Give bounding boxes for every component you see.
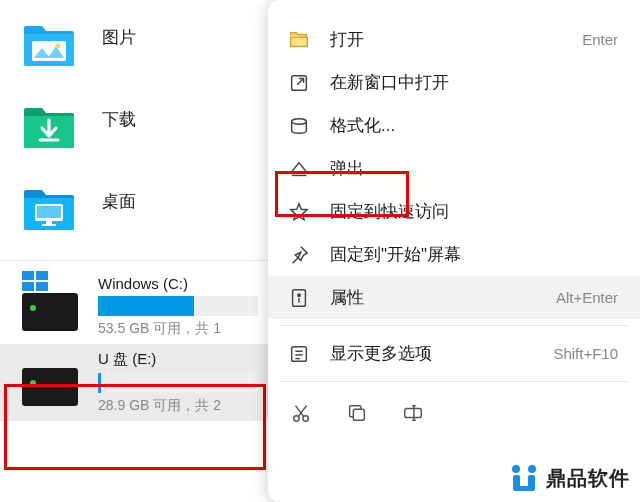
ctx-label: 在新窗口中打开 — [330, 71, 449, 94]
svg-rect-8 — [22, 282, 34, 291]
ctx-label: 显示更多选项 — [330, 342, 432, 365]
divider — [280, 325, 628, 326]
cut-icon[interactable] — [290, 402, 312, 424]
eject-icon — [288, 158, 310, 180]
ctx-item-open-new-window[interactable]: 在新窗口中打开 — [268, 61, 640, 104]
svg-point-14 — [298, 294, 300, 296]
pin-icon — [288, 244, 310, 266]
sidebar-item-desktop[interactable]: 桌面 — [0, 176, 268, 258]
format-icon — [288, 115, 310, 137]
ctx-item-eject[interactable]: 弹出 — [268, 147, 640, 190]
svg-rect-7 — [36, 271, 48, 280]
svg-rect-9 — [36, 282, 48, 291]
svg-rect-22 — [353, 409, 364, 420]
ctx-accel: Enter — [582, 31, 618, 48]
open-new-icon — [288, 72, 310, 94]
drive-info: U 盘 (E:) 28.9 GB 可用，共 2 — [98, 350, 258, 415]
properties-icon — [288, 287, 310, 309]
more-options-icon — [288, 343, 310, 365]
watermark-text: 鼎品软件 — [546, 465, 630, 492]
pictures-folder-icon — [22, 24, 76, 66]
folder-label: 桌面 — [102, 188, 136, 213]
svg-rect-23 — [405, 408, 422, 417]
svg-point-11 — [292, 118, 307, 124]
svg-rect-5 — [42, 224, 56, 226]
context-menu: 打开 Enter 在新窗口中打开 格式化... 弹出 固定到快速访问 固定到"开… — [268, 0, 640, 502]
watermark-logo-icon — [508, 462, 540, 494]
ctx-label: 属性 — [330, 286, 364, 309]
sidebar-item-pictures[interactable]: 图片 — [0, 12, 268, 94]
ctx-item-show-more[interactable]: 显示更多选项 Shift+F10 — [268, 332, 640, 375]
copy-icon[interactable] — [346, 402, 368, 424]
svg-point-27 — [512, 465, 520, 473]
svg-rect-6 — [22, 271, 34, 280]
folder-label: 下载 — [102, 106, 136, 131]
ctx-item-open[interactable]: 打开 Enter — [268, 18, 640, 61]
svg-rect-3 — [37, 206, 61, 218]
ctx-label: 格式化... — [330, 114, 395, 137]
drive-name: Windows (C:) — [98, 275, 258, 292]
downloads-folder-icon — [22, 106, 76, 148]
ctx-accel: Shift+F10 — [553, 345, 618, 362]
svg-rect-4 — [46, 221, 52, 224]
watermark: 鼎品软件 — [504, 460, 634, 496]
ctx-accel: Alt+Enter — [556, 289, 618, 306]
ctx-label: 固定到"开始"屏幕 — [330, 243, 461, 266]
ctx-bottom-bar — [268, 388, 640, 424]
drive-usage-bar — [98, 296, 258, 316]
folder-label: 图片 — [102, 24, 136, 49]
divider — [280, 381, 628, 382]
drive-item-c[interactable]: Windows (C:) 53.5 GB 可用，共 1 — [0, 269, 268, 344]
drive-icon — [22, 293, 78, 331]
ctx-item-pin-start[interactable]: 固定到"开始"屏幕 — [268, 233, 640, 276]
drive-icon — [22, 368, 78, 406]
drive-stats: 53.5 GB 可用，共 1 — [98, 320, 258, 338]
ctx-label: 打开 — [330, 28, 364, 51]
svg-point-28 — [528, 465, 536, 473]
ctx-item-pin-quick-access[interactable]: 固定到快速访问 — [268, 190, 640, 233]
drive-usage-bar — [98, 373, 258, 393]
star-icon — [288, 201, 310, 223]
drive-info: Windows (C:) 53.5 GB 可用，共 1 — [98, 275, 258, 338]
ctx-label: 固定到快速访问 — [330, 200, 449, 223]
drive-item-e[interactable]: U 盘 (E:) 28.9 GB 可用，共 2 — [0, 344, 268, 421]
desktop-folder-icon — [22, 188, 76, 230]
ctx-item-properties[interactable]: 属性 Alt+Enter — [268, 276, 640, 319]
ctx-item-format[interactable]: 格式化... — [268, 104, 640, 147]
sidebar: 图片 下载 桌面 Windows (C:) 53.5 GB 可用，共 1 U 盘… — [0, 0, 268, 502]
drive-name: U 盘 (E:) — [98, 350, 258, 369]
svg-rect-31 — [513, 486, 535, 491]
folder-open-icon — [288, 29, 310, 51]
svg-point-1 — [56, 44, 60, 48]
rename-icon[interactable] — [402, 402, 424, 424]
sidebar-item-downloads[interactable]: 下载 — [0, 94, 268, 176]
ctx-label: 弹出 — [330, 157, 364, 180]
drive-stats: 28.9 GB 可用，共 2 — [98, 397, 258, 415]
divider — [0, 260, 268, 261]
